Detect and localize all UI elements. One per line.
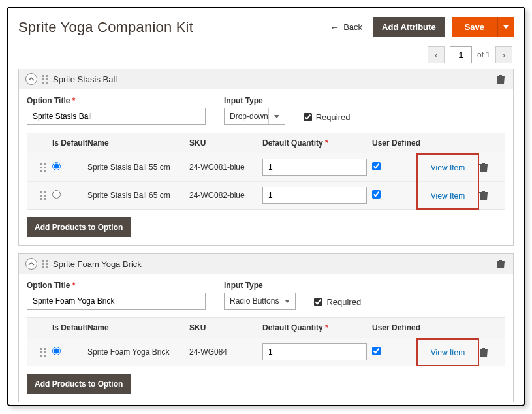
delete-row-button[interactable] (479, 347, 490, 357)
trash-icon (479, 190, 488, 200)
option-title-input[interactable] (27, 293, 206, 310)
product-name: Sprite Stasis Ball 55 cm (87, 163, 189, 172)
add-products-button[interactable]: Add Products to Option (27, 217, 131, 237)
input-type-select[interactable]: Radio Buttons (224, 293, 296, 310)
is-default-radio[interactable] (52, 162, 61, 170)
col-default-qty: Default Quantity (262, 138, 372, 148)
delete-row-button[interactable] (479, 190, 490, 200)
drag-handle-icon[interactable] (40, 191, 46, 200)
col-is-default: Is Default (52, 323, 87, 332)
trash-icon (496, 259, 505, 269)
back-arrow-icon: ← (330, 22, 339, 33)
pager-of-label: of 1 (477, 50, 490, 59)
add-attribute-button[interactable]: Add Attribute (373, 17, 445, 37)
view-item-link[interactable]: View Item (431, 163, 465, 172)
drag-handle-icon[interactable] (42, 75, 48, 84)
option-title-label: Option Title (27, 96, 206, 105)
col-default-qty: Default Quantity (262, 323, 372, 332)
col-sku: SKU (189, 138, 262, 148)
view-item-link[interactable]: View Item (431, 191, 465, 200)
save-button[interactable]: Save (452, 17, 497, 37)
drag-handle-icon[interactable] (40, 348, 46, 357)
required-checkbox-input[interactable] (314, 298, 322, 306)
required-checkbox-input[interactable] (304, 113, 312, 121)
product-row: Sprite Stasis Ball 65 cm 24-WG082-blue V… (27, 181, 505, 209)
delete-row-button[interactable] (479, 162, 490, 172)
add-products-button[interactable]: Add Products to Option (27, 374, 131, 394)
option-panel: Sprite Foam Yoga Brick Option Title Inpu… (18, 253, 514, 402)
product-name: Sprite Stasis Ball 65 cm (87, 191, 189, 200)
input-type-label: Input Type (224, 96, 285, 105)
is-default-radio[interactable] (52, 190, 61, 199)
chevron-down-icon (503, 25, 509, 29)
col-name: Name (87, 138, 189, 148)
default-qty-input[interactable] (262, 187, 367, 204)
required-checkbox[interactable]: Required (304, 112, 351, 122)
pager-next-button[interactable]: › (495, 46, 512, 63)
is-default-radio[interactable] (52, 347, 61, 355)
col-user-defined: User Defined (372, 323, 422, 332)
required-label: Required (316, 112, 351, 122)
col-name: Name (87, 323, 189, 332)
product-row: Sprite Stasis Ball 55 cm 24-WG081-blue V… (27, 153, 505, 181)
col-user-defined: User Defined (372, 138, 422, 148)
product-sku: 24-WG082-blue (189, 191, 262, 200)
pager-prev-button[interactable]: ‹ (428, 46, 445, 63)
user-defined-checkbox[interactable] (372, 162, 381, 170)
chevron-down-icon (274, 115, 279, 118)
user-defined-checkbox[interactable] (372, 190, 381, 199)
required-label: Required (326, 297, 361, 307)
input-type-value: Drop-down (230, 112, 268, 121)
option-title-input[interactable] (27, 108, 206, 125)
chevron-down-icon (285, 300, 290, 303)
option-panel: Sprite Stasis Ball Option Title Input Ty… (18, 69, 514, 246)
trash-icon (496, 74, 505, 84)
product-sku: 24-WG081-blue (189, 163, 262, 172)
collapse-toggle[interactable] (25, 258, 37, 270)
save-dropdown-toggle[interactable] (497, 17, 514, 37)
back-button[interactable]: ← Back (326, 19, 366, 35)
product-row: Sprite Foam Yoga Brick 24-WG084 View Ite… (27, 338, 505, 366)
product-name: Sprite Foam Yoga Brick (87, 347, 189, 357)
trash-icon (479, 162, 488, 172)
col-is-default: Is Default (52, 138, 87, 148)
collapse-toggle[interactable] (25, 73, 37, 85)
panel-title: Sprite Foam Yoga Brick (53, 259, 142, 269)
required-checkbox[interactable]: Required (314, 297, 361, 307)
input-type-select[interactable]: Drop-down (224, 108, 285, 125)
view-item-link[interactable]: View Item (431, 348, 465, 357)
delete-option-button[interactable] (496, 259, 507, 269)
default-qty-input[interactable] (262, 159, 367, 176)
chevron-up-icon (28, 76, 35, 82)
default-qty-input[interactable] (262, 343, 367, 360)
input-type-label: Input Type (224, 281, 296, 290)
input-type-value: Radio Buttons (230, 296, 279, 306)
col-sku: SKU (189, 323, 262, 332)
user-defined-checkbox[interactable] (372, 347, 381, 355)
drag-handle-icon[interactable] (40, 163, 46, 172)
option-title-label: Option Title (27, 281, 206, 290)
pager-current-input[interactable] (450, 46, 472, 63)
drag-handle-icon[interactable] (42, 260, 48, 268)
delete-option-button[interactable] (496, 74, 507, 84)
product-sku: 24-WG084 (189, 347, 262, 357)
chevron-up-icon (28, 261, 35, 267)
trash-icon (479, 347, 488, 357)
back-label: Back (343, 22, 362, 32)
page-title: Sprite Yoga Companion Kit (18, 19, 193, 36)
panel-title: Sprite Stasis Ball (53, 74, 117, 84)
